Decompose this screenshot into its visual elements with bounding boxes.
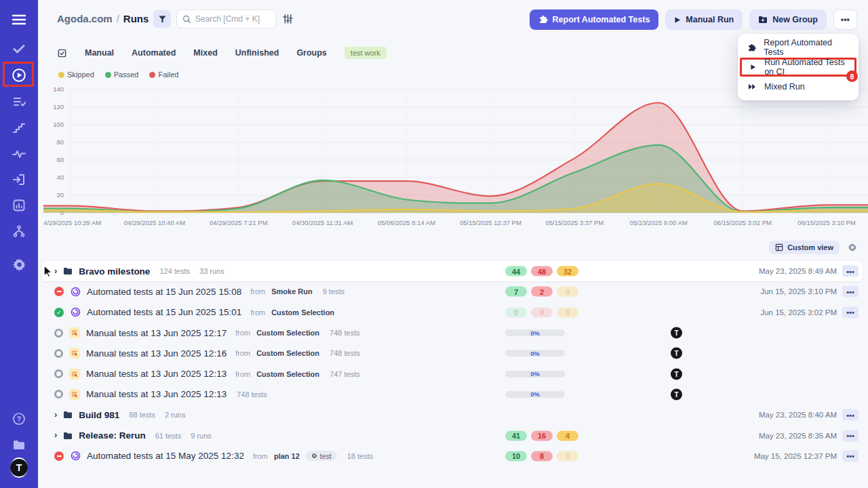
sidebar-item-test-plans[interactable] xyxy=(11,94,27,110)
run-title[interactable]: Automated tests at 15 May 2025 12:32 xyxy=(87,451,244,461)
menu-item-report-automated-tests[interactable]: Report Automated Tests xyxy=(738,39,859,56)
view-toolbar: Custom view xyxy=(769,241,857,254)
automated-run-icon xyxy=(70,286,81,297)
expand-chevron-icon[interactable]: › xyxy=(54,430,57,440)
more-actions-button[interactable]: ••• xyxy=(833,9,857,30)
y-axis-tick: 100 xyxy=(53,121,64,128)
run-row[interactable]: Automated tests at 15 Jun 2025 15:08from… xyxy=(42,281,863,302)
workspace-logo[interactable]: T xyxy=(11,460,27,476)
run-title[interactable]: Manual tests at 13 Jun 2025 12:13 xyxy=(86,389,226,399)
expand-chevron-icon[interactable]: › xyxy=(54,409,57,420)
new-group-button[interactable]: New Group xyxy=(749,9,827,30)
adjustments-icon[interactable] xyxy=(283,14,293,26)
tab-automated[interactable]: Automated xyxy=(132,48,176,58)
run-title[interactable]: Manual tests at 13 Jun 2025 12:17 xyxy=(86,328,226,338)
sidebar-item-tests[interactable] xyxy=(11,41,27,57)
group-row[interactable]: ›Build 98188 tests2 runsMay 23, 2025 8:4… xyxy=(42,405,863,425)
assignee-avatar[interactable]: T xyxy=(671,327,682,339)
badge-yellow: 4 xyxy=(557,430,578,441)
row-more-button[interactable]: ••• xyxy=(842,286,859,298)
badge-yellow: 0 xyxy=(557,307,578,317)
row-more-button[interactable]: ••• xyxy=(842,430,859,441)
group-row[interactable]: ›Bravo milestone124 tests33 runs444832Ma… xyxy=(42,261,863,281)
run-row[interactable]: Manual tests at 13 Jun 2025 12:13748 tes… xyxy=(42,384,863,405)
status-pending-icon xyxy=(54,369,63,378)
row-main: Automated tests at 15 May 2025 12:32from… xyxy=(54,446,373,466)
runs-list: ›Bravo milestone124 tests33 runs444832Ma… xyxy=(42,261,863,466)
row-more-button[interactable]: ••• xyxy=(842,266,859,277)
tests-count: 18 tests xyxy=(347,452,374,460)
run-date: May 15, 2025 12:37 PM xyxy=(754,452,837,460)
from-label: from xyxy=(250,287,265,296)
menu-item-run-automated-tests-on-ci[interactable]: Run Automated Tests on CI xyxy=(742,60,854,75)
puzzle-icon xyxy=(538,15,548,24)
menu-icon[interactable] xyxy=(11,12,27,28)
y-axis-tick: 40 xyxy=(56,174,64,181)
tab-mixed[interactable]: Mixed xyxy=(193,48,217,58)
annotation-highlight-menu-item: Run Automated Tests on CI 8 xyxy=(740,58,856,77)
run-row[interactable]: Manual tests at 13 Jun 2025 12:13fromCus… xyxy=(42,363,863,384)
sidebar-item-analytics[interactable] xyxy=(11,197,27,214)
assignee-avatar[interactable]: T xyxy=(671,388,682,400)
play-icon xyxy=(674,16,681,24)
expand-chevron-icon[interactable]: › xyxy=(54,266,57,276)
badge-yellow: 0 xyxy=(557,287,578,297)
group-title[interactable]: Bravo milestone xyxy=(79,266,150,277)
sidebar-item-runs[interactable] xyxy=(11,67,27,83)
group-title[interactable]: Release: Rerun xyxy=(79,430,145,441)
help-icon[interactable]: ? xyxy=(11,411,27,427)
custom-view-button[interactable]: Custom view xyxy=(769,241,840,254)
row-more-button[interactable]: ••• xyxy=(842,306,859,318)
run-title[interactable]: Manual tests at 13 Jun 2025 12:13 xyxy=(86,369,226,379)
breadcrumb-project[interactable]: Agoda.com xyxy=(57,13,113,24)
progress-value: 0% xyxy=(530,390,540,398)
run-title[interactable]: Automated tests at 15 Jun 2025 15:08 xyxy=(87,287,241,297)
search-input[interactable] xyxy=(195,14,271,24)
from-source: plan 12 xyxy=(274,452,300,460)
group-meta: 88 tests xyxy=(129,411,155,419)
badge-green: 44 xyxy=(505,266,527,277)
run-title[interactable]: Automated tests at 15 Jun 2025 15:01 xyxy=(87,307,241,317)
assignee-avatar[interactable]: T xyxy=(671,368,682,380)
select-all-icon[interactable] xyxy=(57,48,67,58)
group-title[interactable]: Build 981 xyxy=(79,410,119,420)
from-label: from xyxy=(250,308,265,317)
x-axis-tick: 04/29/2025 10:40 AM xyxy=(124,219,185,226)
manual-run-label: Manual Run xyxy=(686,15,734,24)
sidebar-item-branches[interactable] xyxy=(11,223,27,239)
sidebar-item-pulse[interactable] xyxy=(11,146,27,162)
report-automated-tests-button[interactable]: Report Automated Tests xyxy=(530,9,659,30)
run-row[interactable]: ✓Automated tests at 15 Jun 2025 15:01fro… xyxy=(42,302,863,323)
search-box xyxy=(176,9,277,28)
projects-icon[interactable] xyxy=(11,436,27,453)
legend-label: Skipped xyxy=(67,70,94,79)
row-main: Manual tests at 13 Jun 2025 12:17fromCus… xyxy=(54,323,360,343)
filter-tag-test-work[interactable]: test work xyxy=(344,47,387,59)
menu-item-mixed-run[interactable]: Mixed Run xyxy=(738,78,859,96)
sidebar-item-settings[interactable] xyxy=(11,256,27,272)
custom-view-label: Custom view xyxy=(787,243,833,251)
group-meta: 33 runs xyxy=(199,267,224,275)
tab-manual[interactable]: Manual xyxy=(85,48,114,58)
grid-icon xyxy=(775,243,783,251)
sidebar-item-steps[interactable] xyxy=(11,120,27,136)
y-axis-tick: 120 xyxy=(53,103,64,110)
run-row[interactable]: Automated tests at 15 May 2025 12:32from… xyxy=(42,446,863,466)
tab-unfinished[interactable]: Unfinished xyxy=(235,48,279,58)
sidebar-item-sign-in[interactable] xyxy=(11,171,27,188)
run-row[interactable]: Manual tests at 13 Jun 2025 12:17fromCus… xyxy=(42,323,863,343)
view-settings-gear-icon[interactable] xyxy=(848,243,857,252)
x-axis-tick: 06/15/2025 3:02 PM xyxy=(713,219,772,226)
assignee-avatar[interactable]: T xyxy=(671,348,682,359)
manual-run-icon xyxy=(69,389,80,400)
run-row[interactable]: Manual tests at 13 Jun 2025 12:16fromCus… xyxy=(42,343,863,363)
folder-icon xyxy=(63,267,73,275)
tab-groups[interactable]: Groups xyxy=(296,48,326,58)
row-more-button[interactable]: ••• xyxy=(842,409,859,421)
filter-button[interactable] xyxy=(153,10,171,28)
row-more-button[interactable]: ••• xyxy=(842,450,859,462)
group-row[interactable]: ›Release: Rerun61 tests9 runs41164May 23… xyxy=(42,425,863,445)
run-title[interactable]: Manual tests at 13 Jun 2025 12:16 xyxy=(86,348,226,359)
manual-run-button[interactable]: Manual Run xyxy=(665,9,743,30)
failed-dot xyxy=(149,72,155,78)
